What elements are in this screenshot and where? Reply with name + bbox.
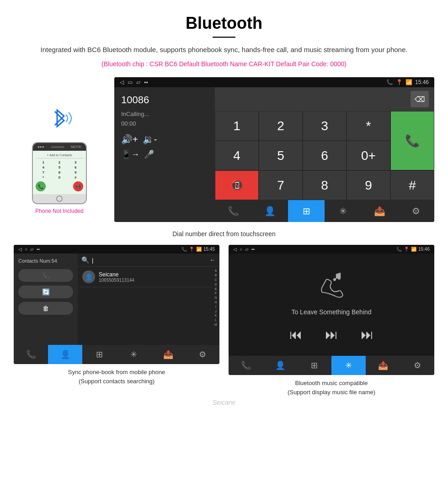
music-caption-line1: Bluetooth music compatible [295,380,368,386]
contacts-backspace-icon[interactable]: ← [209,256,216,264]
phone-key-2: 2 [52,160,67,164]
alpha-b[interactable]: B [215,273,217,278]
transfer-icon[interactable]: 📱→ [121,149,139,159]
alpha-f[interactable]: F [215,291,217,296]
music-nav-settings[interactable]: ⚙ [400,356,434,375]
contacts-delete-button[interactable]: 🗑 [18,302,73,315]
contacts-caption-line2: (Support contacts searching) [79,378,155,385]
cs-notif-icon: ▪▪ [37,247,40,252]
dial-nav-keypad[interactable]: ⊞ [288,200,325,222]
contact-item[interactable]: 👤 Seicane 10655059113144 [78,267,212,287]
contacts-screenshot-container: ◁ ○ ▱ ▪▪ 📞 📍 📶 15:45 [14,245,219,397]
keypad-2[interactable]: 2 [259,111,303,141]
music-nav-keypad[interactable]: ⊞ [297,356,331,375]
status-time: 15:46 [415,79,429,85]
contacts-nav-contacts[interactable]: 👤 [48,345,82,364]
call-end-button[interactable]: 📵 [215,170,259,200]
dial-nav-bluetooth[interactable]: ✳ [325,200,361,222]
phone-key-9: 9 [68,170,83,174]
alpha-a[interactable]: A [215,269,217,273]
keypad-0plus[interactable]: 0+ [347,141,390,170]
phone-key-hash: # [68,175,83,180]
dial-nav-settings[interactable]: ⚙ [398,200,434,222]
call-accept-button[interactable]: 📞 [390,111,434,170]
music-nav-bluetooth[interactable]: ✳ [331,356,366,375]
alpha-e[interactable]: E [215,287,217,291]
keypad-5[interactable]: 5 [259,141,303,170]
keypad-9[interactable]: 9 [347,170,390,200]
dial-nav-transfer[interactable]: 📤 [361,200,398,222]
keypad-star[interactable]: * [347,111,390,141]
alpha-j[interactable]: J [215,309,217,314]
cs-recent-icon: ▱ [30,247,34,252]
contacts-sidebar: Contacts Num:54 📞 🔄 🗑 [14,254,78,345]
alpha-i[interactable]: I [215,305,216,309]
dial-backspace-button[interactable]: ⌫ [411,91,429,107]
keypad-hash[interactable]: # [390,170,434,200]
music-icon-area [315,267,347,299]
keypad-7[interactable]: 7 [259,170,303,200]
contacts-alpha-index: A B C D E F G H I J K L [212,267,219,328]
phone-call-button[interactable]: 📞 [36,181,46,191]
music-nav-call[interactable]: 📞 [229,356,263,375]
contacts-nav-keypad[interactable]: ⊞ [82,345,117,364]
keypad-8[interactable]: 8 [303,170,347,200]
keypad-3[interactable]: 3 [303,111,347,141]
dial-nav-contacts[interactable]: 👤 [251,200,288,222]
contacts-status-left: ◁ ○ ▱ ▪▪ [18,247,40,252]
alpha-k[interactable]: K [215,313,217,318]
ms-phone-icon: 📞 [396,247,402,252]
keypad-4[interactable]: 4 [215,141,259,170]
keypad-6[interactable]: 6 [303,141,347,170]
alpha-g[interactable]: G [214,296,217,300]
dial-nav-call[interactable]: 📞 [215,200,251,222]
music-play-button[interactable]: ⏭ [325,327,338,342]
contacts-search-input[interactable] [92,257,209,264]
contact-number: 10655059113144 [99,278,134,283]
contacts-nav-bluetooth[interactable]: ✳ [117,345,151,364]
music-song-title: To Leave Something Behind [291,308,371,316]
volume-up-icon[interactable]: 🔊+ [121,134,138,145]
phone-signal-icon: 📞 [386,79,393,85]
top-section: ●●● MOTE + Add to Contacts 1 2 3 4 5 6 7… [18,77,430,222]
contacts-nav-call[interactable]: 📞 [14,345,48,364]
music-body: To Leave Something Behind ⏮ ⏭ ⏭ [229,254,434,356]
music-time: 15:46 [418,247,430,252]
music-status-left: ◁ ○ ▱ ▪▪ [233,247,255,252]
header-specs: (Bluetooth chip : CSR BC6 Default Blueto… [27,59,421,69]
alpha-l[interactable]: L [215,318,217,323]
dial-right-keypad: ⌫ 1 2 3 * 📞 4 5 6 0+ 📵 [215,87,434,222]
music-next-button[interactable]: ⏭ [361,327,373,342]
alpha-m[interactable]: M [214,323,217,327]
phone-end-button[interactable]: 📵 [73,181,83,191]
contacts-search-icon: 🔍 [81,256,89,264]
phone-action-row: 📞 📵 [36,181,83,191]
alpha-d[interactable]: D [214,282,217,287]
cs-home-icon: ○ [25,247,27,252]
contacts-nav-settings[interactable]: ⚙ [185,345,219,364]
phone-key-0: 0 [52,175,67,180]
contacts-body: Contacts Num:54 📞 🔄 🗑 🔍 ← [14,254,219,345]
main-content: ●●● MOTE + Add to Contacts 1 2 3 4 5 6 7… [0,77,448,406]
music-caption-line2: (Support display music file name) [288,389,375,396]
ms-home-icon: ○ [240,247,242,252]
music-controls: ⏮ ⏭ ⏭ [289,327,373,342]
phone-mockup-area: ●●● MOTE + Add to Contacts 1 2 3 4 5 6 7… [14,77,105,214]
bluetooth-signal-icon [46,105,73,135]
music-nav-transfer[interactable]: 📤 [366,356,400,375]
alpha-h[interactable]: H [214,300,217,305]
phone-home-button[interactable] [56,196,63,202]
music-prev-button[interactable]: ⏮ [289,327,302,342]
contacts-call-button[interactable]: 📞 [18,269,73,282]
alpha-c[interactable]: C [214,278,217,282]
mic-icon[interactable]: 🎤 [144,149,154,159]
volume-down-icon[interactable]: 🔉- [143,134,157,145]
contacts-nav-transfer[interactable]: 📤 [151,345,185,364]
keypad-1[interactable]: 1 [215,111,259,141]
music-nav-contacts[interactable]: 👤 [263,356,297,375]
seicane-watermark: Seicane [213,399,236,406]
contacts-refresh-button[interactable]: 🔄 [18,286,73,298]
title-divider [213,37,235,38]
dial-status-right: 📞 📍 📶 15:46 [386,79,429,85]
music-screenshot: ◁ ○ ▱ ▪▪ 📞 📍 📶 15:46 [229,245,434,375]
